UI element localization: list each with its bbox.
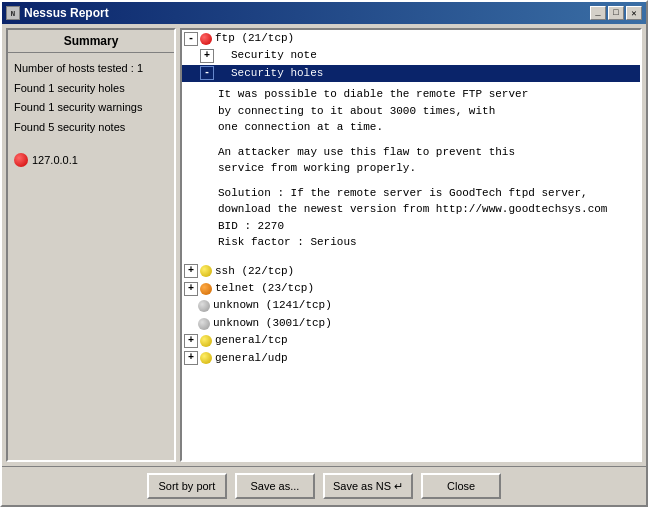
main-content: Summary Number of hosts tested : 1 Found… [2, 24, 646, 466]
tree-item-security-holes[interactable]: - Security holes [182, 65, 640, 82]
bottom-toolbar: Sort by port Save as... Save as NS ↵ Clo… [2, 466, 646, 505]
dot-ssh [200, 265, 212, 277]
expand-icon-general-udp[interactable]: + [184, 351, 198, 365]
label-telnet: telnet (23/tcp) [215, 281, 314, 296]
dot-ftp [200, 33, 212, 45]
detail-para-2: An attacker may use this flaw to prevent… [218, 144, 632, 177]
label-security-holes: Security holes [231, 66, 323, 81]
main-window: N Nessus Report _ □ ✕ Summary Number of … [0, 0, 648, 507]
window-title: Nessus Report [24, 6, 109, 20]
tree-item-general-tcp[interactable]: + general/tcp [182, 332, 640, 349]
tree-item-ssh[interactable]: + ssh (22/tcp) [182, 263, 640, 280]
app-icon: N [6, 6, 20, 20]
expand-icon-ftp[interactable]: - [184, 32, 198, 46]
tree-container: - ftp (21/tcp) + Security note - Securit… [182, 30, 640, 460]
tree-item-unknown3001[interactable]: unknown (3001/tcp) [182, 315, 640, 332]
expand-icon-telnet[interactable]: + [184, 282, 198, 296]
tree-item-security-note[interactable]: + Security note [182, 47, 640, 64]
expand-icon-security-holes[interactable]: - [200, 66, 214, 80]
expand-icon-security-note[interactable]: + [200, 49, 214, 63]
dot-general-udp [200, 352, 212, 364]
dot-telnet [200, 283, 212, 295]
tree-item-ftp[interactable]: - ftp (21/tcp) [182, 30, 640, 47]
summary-header: Summary [8, 30, 174, 53]
right-panel: - ftp (21/tcp) + Security note - Securit… [180, 28, 642, 462]
summary-stats: Number of hosts tested : 1 Found 1 secur… [8, 53, 174, 143]
save-as-button[interactable]: Save as... [235, 473, 315, 499]
stat-notes: Found 5 security notes [12, 118, 170, 138]
expand-icon-ssh[interactable]: + [184, 264, 198, 278]
stat-warnings: Found 1 security warnings [12, 98, 170, 118]
sort-by-port-button[interactable]: Sort by port [147, 473, 227, 499]
stat-hosts: Number of hosts tested : 1 [12, 59, 170, 79]
detail-para-3: Solution : If the remote server is GoodT… [218, 185, 632, 251]
title-bar-left: N Nessus Report [6, 6, 109, 20]
host-item[interactable]: 127.0.0.1 [12, 151, 170, 169]
host-label: 127.0.0.1 [32, 154, 78, 166]
label-ssh: ssh (22/tcp) [215, 264, 294, 279]
dot-unknown1241 [198, 300, 210, 312]
detail-area: It was possible to diable the remote FTP… [182, 82, 640, 263]
tree-item-telnet[interactable]: + telnet (23/tcp) [182, 280, 640, 297]
minimize-button[interactable]: _ [590, 6, 606, 20]
tree-item-general-udp[interactable]: + general/udp [182, 350, 640, 367]
label-unknown3001: unknown (3001/tcp) [213, 316, 332, 331]
label-general-udp: general/udp [215, 351, 288, 366]
label-unknown1241: unknown (1241/tcp) [213, 298, 332, 313]
label-general-tcp: general/tcp [215, 333, 288, 348]
tree-item-unknown1241[interactable]: unknown (1241/tcp) [182, 297, 640, 314]
maximize-button[interactable]: □ [608, 6, 624, 20]
label-security-note: Security note [231, 48, 317, 63]
detail-para-1: It was possible to diable the remote FTP… [218, 86, 632, 136]
host-list: 127.0.0.1 [8, 147, 174, 173]
left-panel: Summary Number of hosts tested : 1 Found… [6, 28, 176, 462]
title-bar: N Nessus Report _ □ ✕ [2, 2, 646, 24]
label-ftp: ftp (21/tcp) [215, 31, 294, 46]
dot-unknown3001 [198, 318, 210, 330]
stat-holes: Found 1 security holes [12, 79, 170, 99]
dot-general-tcp [200, 335, 212, 347]
host-status-icon [14, 153, 28, 167]
close-button[interactable]: Close [421, 473, 501, 499]
expand-icon-general-tcp[interactable]: + [184, 334, 198, 348]
close-window-button[interactable]: ✕ [626, 6, 642, 20]
save-as-ns-button[interactable]: Save as NS ↵ [323, 473, 413, 499]
title-bar-buttons: _ □ ✕ [590, 6, 642, 20]
